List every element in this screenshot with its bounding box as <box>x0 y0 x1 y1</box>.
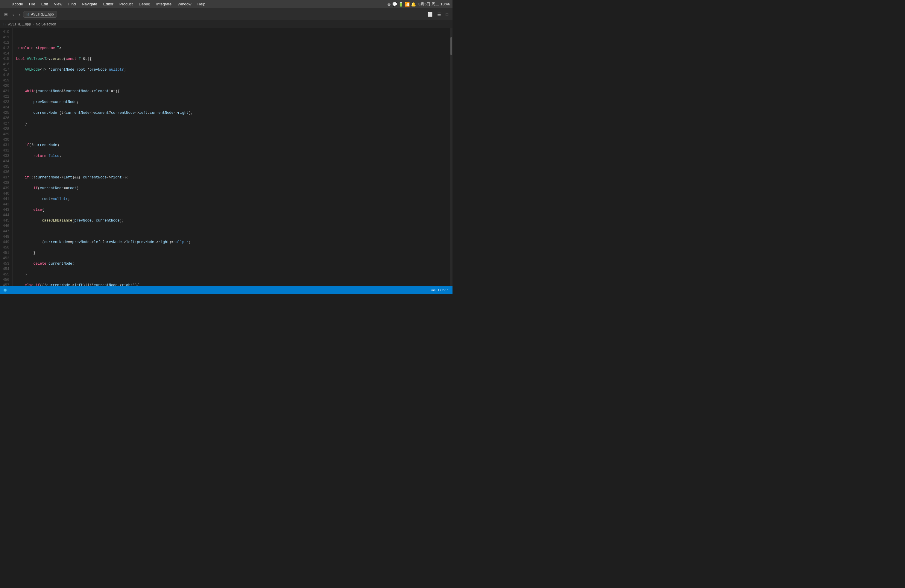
split-view-button[interactable]: ⬜ <box>426 11 434 18</box>
hide-panel-button[interactable]: □ <box>444 11 450 18</box>
code-line-414 <box>16 78 450 83</box>
menu-help[interactable]: Help <box>195 1 208 7</box>
code-line-411: template <typename T> <box>16 46 450 51</box>
line-num: 441 <box>0 196 9 202</box>
line-num: 431 <box>0 143 9 148</box>
line-num: 432 <box>0 148 9 153</box>
code-editor[interactable]: template <typename T> bool AVLTree<T>::e… <box>13 28 450 286</box>
menu-editor[interactable]: Editor <box>101 1 116 7</box>
menu-navigate[interactable]: Navigate <box>79 1 99 7</box>
line-num: 425 <box>0 110 9 116</box>
file-tab[interactable]: h! AVLTREE.hpp <box>23 11 57 17</box>
code-line-425: root=nullptr; <box>16 196 450 202</box>
code-line-426: else{ <box>16 207 450 213</box>
code-line-429: (currentNode==prevNode->left?prevNode->l… <box>16 240 450 245</box>
statusbar-right: Line: 1 Col: 1 <box>429 288 449 292</box>
code-line-430: } <box>16 250 450 256</box>
line-num: 455 <box>0 272 9 277</box>
code-line-417: currentNode=(t<currentNode->element?curr… <box>16 110 450 116</box>
menu-window[interactable]: Window <box>175 1 194 7</box>
menu-file[interactable]: File <box>27 1 38 7</box>
scrollbar-thumb[interactable] <box>450 37 452 55</box>
line-num: 448 <box>0 234 9 240</box>
line-num: 420 <box>0 83 9 89</box>
code-line-416: prevNode=currentNode; <box>16 99 450 105</box>
code-line-424: if(currentNode==root) <box>16 186 450 191</box>
line-num: 445 <box>0 218 9 223</box>
back-button[interactable]: ‹ <box>11 11 16 18</box>
menubar-right: ⊕ 💬 🔋 📶 🔔 3月5日 周二 18:46 <box>387 2 450 7</box>
line-num: 417 <box>0 67 9 72</box>
line-num: 439 <box>0 186 9 191</box>
code-line-427: case3LRBalance(prevNode, currentNode); <box>16 218 450 223</box>
menu-find[interactable]: Find <box>66 1 78 7</box>
line-num: 412 <box>0 40 9 46</box>
menu-edit[interactable]: Edit <box>39 1 50 7</box>
menu-integrate[interactable]: Integrate <box>154 1 174 7</box>
code-line-419 <box>16 132 450 137</box>
code-line-422 <box>16 164 450 170</box>
line-num: 434 <box>0 159 9 164</box>
line-num: 449 <box>0 240 9 245</box>
line-num: 442 <box>0 202 9 207</box>
code-line-433: else if((!currentNode->left)||(!currentN… <box>16 283 450 286</box>
line-num: 413 <box>0 46 9 51</box>
line-num: 437 <box>0 175 9 180</box>
menu-product[interactable]: Product <box>117 1 135 7</box>
statusbar-left <box>3 289 6 292</box>
line-num: 450 <box>0 245 9 250</box>
line-num: 428 <box>0 126 9 132</box>
menubar-time: 3月5日 周二 18:46 <box>418 2 450 7</box>
code-line-428 <box>16 229 450 234</box>
breadcrumb-sep: › <box>33 22 34 26</box>
menu-debug[interactable]: Debug <box>137 1 152 7</box>
line-num: 426 <box>0 116 9 121</box>
code-line-421: return false; <box>16 153 450 159</box>
status-indicator <box>3 289 6 292</box>
line-num: 418 <box>0 72 9 78</box>
scrollbar[interactable] <box>450 28 452 286</box>
line-num: 454 <box>0 267 9 272</box>
breadcrumb-icon: h! <box>3 22 6 26</box>
line-num: 447 <box>0 229 9 234</box>
line-numbers: 410 411 412 413 414 415 416 417 418 419 … <box>0 28 13 286</box>
line-num: 456 <box>0 277 9 283</box>
line-num: 415 <box>0 56 9 62</box>
breadcrumb-file[interactable]: AVLTREE.hpp <box>8 22 31 26</box>
code-line-431: delete currentNode; <box>16 261 450 267</box>
code-line-418: } <box>16 121 450 126</box>
apple-menu[interactable] <box>2 3 8 5</box>
line-num: 440 <box>0 191 9 196</box>
statusbar: Line: 1 Col: 1 <box>0 286 452 294</box>
line-num: 419 <box>0 78 9 83</box>
file-icon: h! <box>26 13 29 16</box>
inspector-button[interactable]: ☰ <box>435 11 443 18</box>
code-line-410 <box>16 35 450 40</box>
breadcrumb: h! AVLTREE.hpp › No Selection <box>0 21 452 28</box>
line-num: 452 <box>0 256 9 261</box>
status-position: Line: 1 Col: 1 <box>429 288 449 292</box>
editor: 410 411 412 413 414 415 416 417 418 419 … <box>0 28 452 286</box>
line-num: 451 <box>0 250 9 256</box>
menu-view[interactable]: View <box>51 1 65 7</box>
line-num: 410 <box>0 29 9 35</box>
line-num: 427 <box>0 121 9 126</box>
line-num: 453 <box>0 261 9 267</box>
forward-button[interactable]: › <box>17 11 22 18</box>
code-line-413: AVLNode<T> *currentNode=root,*prevNode=n… <box>16 67 450 72</box>
code-line-412: bool AVLTree<T>::erase(const T &t){ <box>16 56 450 62</box>
line-num: 444 <box>0 213 9 218</box>
line-num: 423 <box>0 99 9 105</box>
line-num: 414 <box>0 51 9 56</box>
line-num: 436 <box>0 170 9 175</box>
line-num: 446 <box>0 223 9 229</box>
line-num: 438 <box>0 180 9 186</box>
menu-xcode[interactable]: Xcode <box>10 1 25 7</box>
line-num: 443 <box>0 207 9 213</box>
line-num: 435 <box>0 164 9 170</box>
grid-view-button[interactable]: ⊞ <box>2 11 10 18</box>
toolbar-right: ⬜ ☰ □ <box>426 11 450 18</box>
code-line-415: while(currentNode&&currentNode->element!… <box>16 89 450 94</box>
breadcrumb-selection[interactable]: No Selection <box>36 22 56 26</box>
line-num: 411 <box>0 35 9 40</box>
